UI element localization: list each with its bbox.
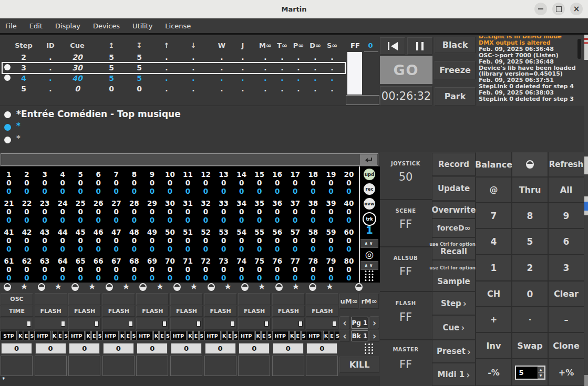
mode-button-stp[interactable]: STP — [1, 331, 17, 340]
cuelist-cell[interactable]: . — [264, 74, 266, 82]
flash-button[interactable]: FLASH — [204, 306, 237, 317]
digit-button-3[interactable]: 3 — [548, 255, 584, 281]
cuelist-cell[interactable]: . — [241, 85, 244, 93]
channel-cell[interactable]: 7200 — [201, 257, 211, 282]
channel-cell[interactable]: 2500 — [76, 199, 86, 224]
cuelist-cell[interactable]: . — [264, 53, 266, 61]
channel-cell[interactable]: 1200 — [201, 170, 211, 195]
half-circle-icon[interactable] — [309, 283, 316, 291]
channel-cell[interactable]: 6300 — [40, 257, 50, 282]
channel-cell[interactable]: 1300 — [219, 170, 229, 195]
page-updown-button-2[interactable]: ∧∨ — [360, 261, 378, 270]
cue-name-text[interactable]: * — [16, 134, 20, 143]
channel-cell[interactable]: 3600 — [272, 199, 282, 224]
channel-cell[interactable]: 4500 — [76, 228, 86, 253]
keypad-inv-button[interactable]: Inv — [476, 332, 512, 359]
key-k-button[interactable]: K — [18, 331, 23, 340]
side-rec-button[interactable]: rec — [364, 183, 375, 195]
key-s-button[interactable]: S — [29, 331, 35, 340]
page-cell-handle[interactable] — [129, 321, 133, 327]
key-e-button[interactable]: E — [193, 331, 199, 340]
key-s-button[interactable]: S — [267, 331, 272, 340]
key-k-button[interactable]: K — [86, 331, 91, 340]
cuelist-cell[interactable]: 5 — [109, 53, 114, 61]
cuelist-cell[interactable]: 0 — [75, 85, 80, 93]
channel-cell[interactable]: 1600 — [272, 170, 282, 195]
fader-value-box[interactable]: 0 — [171, 343, 202, 354]
sample-button[interactable]: use Ctrl for optionsSample — [432, 260, 476, 291]
page-cell-handle[interactable] — [332, 321, 336, 327]
flash-button[interactable]: FLASH — [35, 306, 67, 317]
half-circle-icon[interactable] — [38, 283, 45, 291]
channel-cell[interactable]: 5300 — [219, 228, 229, 253]
grid-dots-button[interactable] — [365, 270, 374, 281]
fader-box[interactable] — [136, 356, 168, 376]
fader-value-box[interactable]: 0 — [205, 343, 236, 354]
bk-prev-button[interactable]: ‹ — [339, 330, 350, 342]
fader-value-box[interactable]: 0 — [273, 343, 304, 354]
channel-cell[interactable]: 3800 — [308, 199, 318, 224]
digit-button-5[interactable]: 5 — [512, 228, 548, 255]
channel-cell[interactable]: 7900 — [326, 257, 336, 282]
key-e-button[interactable]: E — [159, 331, 164, 340]
maximize-button[interactable] — [552, 3, 565, 15]
channel-cell[interactable]: 5800 — [308, 228, 318, 253]
target-icon-button[interactable]: ◎ — [365, 248, 374, 260]
channel-cell[interactable]: 7600 — [272, 257, 282, 282]
um-button[interactable]: uM∞ — [339, 294, 358, 309]
osc-row-button[interactable] — [204, 293, 237, 305]
key-e-button[interactable]: E — [126, 331, 131, 340]
menu-item-devices[interactable]: Devices — [87, 22, 126, 30]
mode-button-htp[interactable]: HTP — [170, 331, 187, 340]
cuelist-cell[interactable]: . — [297, 64, 300, 72]
cuelist-cell[interactable]: . — [192, 64, 194, 72]
fader-box[interactable] — [238, 356, 270, 376]
cuelist-cell[interactable]: 30 — [72, 64, 82, 72]
channel-cell[interactable]: 800 — [132, 170, 137, 195]
menu-item-edit[interactable]: Edit — [23, 22, 49, 30]
channel-cell[interactable]: 2200 — [22, 199, 32, 224]
menu-item-license[interactable]: License — [159, 22, 197, 30]
flash-button[interactable]: FLASH — [170, 306, 203, 317]
spinner-up-button[interactable]: ▲ — [538, 367, 544, 373]
page-cell-handle[interactable] — [197, 321, 201, 327]
fader-value-box[interactable]: 0 — [306, 343, 337, 354]
star-icon[interactable]: ★ — [326, 283, 333, 291]
skip-back-button[interactable] — [380, 37, 405, 55]
update-button[interactable]: Update — [432, 176, 476, 201]
cue-name-list[interactable]: *Entrée Comédien - Top musique** — [0, 106, 584, 152]
freeze-button[interactable]: Freeze — [435, 61, 476, 79]
osc-row-button[interactable] — [238, 293, 271, 305]
key-e-button[interactable]: E — [261, 331, 266, 340]
half-circle-icon[interactable] — [139, 283, 147, 291]
channel-cell[interactable]: 4400 — [58, 228, 68, 253]
flash-button[interactable]: FLASH — [272, 306, 305, 317]
half-circle-icon[interactable] — [106, 283, 113, 291]
star-icon[interactable]: ★ — [20, 283, 28, 291]
mode-button-htp[interactable]: HTP — [306, 331, 322, 340]
channel-cell[interactable]: 2700 — [111, 199, 121, 224]
flash-button[interactable]: FLASH — [306, 306, 338, 317]
cuelist-cell[interactable]: . — [297, 53, 300, 61]
channel-cell[interactable]: 3200 — [201, 199, 211, 224]
channel-cell[interactable]: 4000 — [344, 199, 354, 224]
value-spinner[interactable]: 5▲▼ — [515, 366, 545, 380]
go-button[interactable]: GO — [380, 56, 432, 84]
window-titlebar[interactable]: Martin × — [0, 0, 588, 19]
key-s-button[interactable]: S — [131, 331, 137, 340]
channel-cell[interactable]: 1500 — [254, 170, 264, 195]
flash-button[interactable]: FLASH — [238, 306, 271, 317]
cuelist-cell[interactable]: . — [281, 74, 283, 82]
digit-button-1[interactable]: 1 — [476, 255, 512, 281]
cuelist-cell[interactable]: . — [165, 85, 168, 93]
keypad-thru-button[interactable]: Thru — [512, 177, 548, 203]
key-k-button[interactable]: K — [255, 331, 261, 340]
page-cell-handle[interactable] — [264, 321, 269, 327]
channel-cell[interactable]: 400 — [60, 170, 65, 195]
mode-button-htp[interactable]: HTP — [238, 331, 254, 340]
channel-cell[interactable]: 4100 — [4, 228, 14, 253]
return-button[interactable] — [360, 154, 377, 165]
cuelist-cell[interactable]: . — [331, 64, 333, 72]
cuelist-cell[interactable]: 5 — [21, 85, 26, 93]
cuelist-cell[interactable]: . — [220, 74, 223, 82]
